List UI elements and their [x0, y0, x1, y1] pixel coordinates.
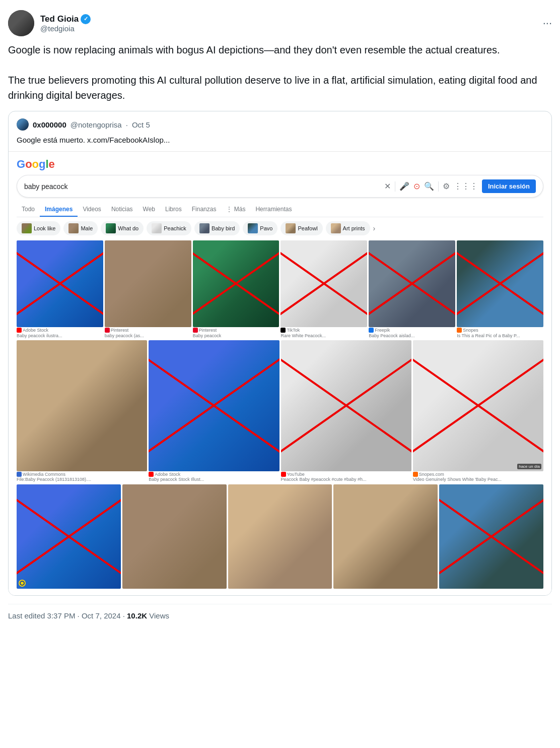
image-cell-6[interactable]: SnopesIs This a Real Pic of a Baby P...	[457, 240, 543, 338]
image-10: hace un día	[413, 340, 543, 471]
image-cell-8[interactable]: Adobe StockBaby peacock Stock Illust...	[149, 340, 279, 482]
tab-herramientas[interactable]: Herramientas	[250, 203, 297, 217]
tweet-paragraph-1: Google is now replacing animals with bog…	[8, 42, 552, 57]
logo-g: G	[17, 158, 25, 170]
quote-card[interactable]: 0x000000 @notengoprisa · Oct 5 Google es…	[8, 111, 552, 596]
logo-e: e	[49, 158, 55, 170]
red-x-8	[149, 340, 279, 471]
avatar[interactable]	[8, 10, 34, 36]
image-source-10: Snopes.comVideo Genuinely Shows White 'B…	[413, 472, 543, 483]
image-11	[17, 484, 121, 589]
google-logo: Google	[17, 158, 543, 171]
chip-img-peafowl	[286, 223, 296, 233]
tweet-header-left: Ted Gioia ✓ @tedgioia	[8, 10, 91, 36]
tab-todo[interactable]: Todo	[17, 203, 40, 217]
image-6	[457, 240, 543, 327]
image-cell-5[interactable]: FreepikBaby Peacock aislad...	[369, 240, 455, 338]
chip-art-prints[interactable]: Art prints	[326, 221, 370, 235]
footer-time: 3:37 PM	[47, 611, 76, 620]
red-x-10	[413, 340, 543, 471]
image-cell-9[interactable]: YouTubePeacock Baby #peacock #cute #baby…	[281, 340, 411, 482]
image-4	[281, 240, 367, 327]
tweet-header: Ted Gioia ✓ @tedgioia ···	[8, 10, 552, 36]
verified-badge: ✓	[81, 14, 91, 24]
highlight-circle	[19, 580, 26, 587]
image-source-5: FreepikBaby Peacock aislad...	[369, 328, 455, 339]
tab-videos[interactable]: Videos	[78, 203, 106, 217]
search-clear-icon[interactable]: ✕	[384, 181, 391, 191]
search-divider-2	[438, 181, 439, 192]
user-info: Ted Gioia ✓ @tedgioia	[40, 14, 91, 33]
tab-web[interactable]: Web	[138, 203, 160, 217]
image-cell-14[interactable]	[333, 484, 438, 589]
image-source-2: Pinterestbaby peacock (as...	[105, 328, 191, 339]
chip-baby-bird[interactable]: Baby bird	[194, 221, 240, 235]
chip-peachick[interactable]: Peachick	[147, 221, 191, 235]
image-8	[149, 340, 279, 471]
image-cell-10[interactable]: hace un día Snopes.comVideo Genuinely Sh…	[413, 340, 543, 482]
image-cell-13[interactable]	[228, 484, 332, 589]
image-12	[122, 484, 227, 589]
lens-search-icon[interactable]: ⊙	[413, 181, 420, 191]
image-13	[228, 484, 332, 589]
tab-noticias[interactable]: Noticias	[106, 203, 138, 217]
image-3	[193, 240, 279, 327]
search-divider	[395, 181, 395, 192]
tweet-container: Ted Gioia ✓ @tedgioia ··· Google is now …	[8, 10, 552, 620]
chip-label-what-do: What do	[118, 225, 138, 231]
voice-search-icon[interactable]: 🎤	[399, 181, 409, 191]
image-cell-4[interactable]: TikTokRare White Peacock...	[281, 240, 367, 338]
red-x-11	[17, 484, 121, 589]
image-cell-3[interactable]: PinterestBaby peacock	[193, 240, 279, 338]
tab-mas[interactable]: ⋮ Más	[221, 203, 250, 217]
google-tabs: Todo Imágenes Videos Noticias Web Libros…	[17, 203, 543, 217]
image-cell-1[interactable]: Adobe StockBaby peacock ilustra...	[17, 240, 103, 338]
avatar-image	[8, 10, 34, 36]
signin-button[interactable]: Iniciar sesión	[482, 179, 536, 193]
image-cell-7[interactable]: Wikimedia CommonsFile:Baby Peacock (1813…	[17, 340, 147, 482]
chips-arrow-icon[interactable]: ›	[373, 224, 376, 232]
chip-label-peachick: Peachick	[164, 225, 186, 231]
red-x-15	[439, 484, 543, 589]
chip-pavo[interactable]: Pavo	[243, 221, 277, 235]
search-submit-icon[interactable]: 🔍	[424, 181, 434, 191]
tab-finanzas[interactable]: Finanzas	[187, 203, 222, 217]
settings-icon[interactable]: ⚙	[443, 181, 450, 191]
chip-label-pavo: Pavo	[260, 225, 272, 231]
chip-label-male: Male	[81, 225, 93, 231]
chip-img-male	[68, 223, 79, 233]
quote-separator: ·	[126, 120, 128, 129]
chip-look-like[interactable]: Look like	[17, 221, 60, 235]
google-search-embed: Google baby peacock ✕ 🎤 ⊙ 🔍 ⚙ ⋮⋮⋮ Inicia…	[9, 151, 551, 595]
chip-img-what-do	[106, 223, 116, 233]
chip-img-pavo	[248, 223, 258, 233]
image-cell-12[interactable]	[122, 484, 227, 589]
filter-chips: Look like Male What do Peachick Baby bir…	[17, 221, 543, 235]
chip-what-do[interactable]: What do	[101, 221, 144, 235]
chip-male[interactable]: Male	[63, 221, 98, 235]
image-1	[17, 240, 103, 327]
image-source-1: Adobe StockBaby peacock ilustra...	[17, 328, 103, 339]
image-source-6: SnopesIs This a Real Pic of a Baby P...	[457, 328, 543, 339]
red-x-4	[281, 240, 367, 327]
image-cell-11[interactable]	[17, 484, 121, 589]
chip-peafowl[interactable]: Peafowl	[281, 221, 322, 235]
image-cell-2[interactable]: Pinterestbaby peacock (as...	[105, 240, 191, 338]
google-search-bar[interactable]: baby peacock ✕ 🎤 ⊙ 🔍 ⚙ ⋮⋮⋮ Iniciar sesió…	[17, 175, 543, 198]
quote-avatar-image	[17, 118, 29, 131]
red-x-9	[281, 340, 411, 471]
chip-label-baby-bird: Baby bird	[212, 225, 235, 231]
tab-imagenes[interactable]: Imágenes	[40, 203, 78, 217]
quote-author-name: 0x000000	[33, 120, 66, 129]
quote-header: 0x000000 @notengoprisa · Oct 5	[9, 111, 551, 135]
image-cell-15[interactable]	[439, 484, 543, 589]
apps-icon[interactable]: ⋮⋮⋮	[454, 181, 478, 191]
timer-badge: hace un día	[517, 464, 541, 469]
tab-libros[interactable]: Libros	[160, 203, 187, 217]
tweet-footer: Last edited 3:37 PM · Oct 7, 2024 · 10.2…	[8, 604, 552, 620]
chip-img-peachick	[152, 223, 162, 233]
image-14	[333, 484, 438, 589]
image-2	[105, 240, 191, 327]
search-query-text: baby peacock	[24, 182, 380, 191]
more-button[interactable]: ···	[543, 17, 552, 30]
